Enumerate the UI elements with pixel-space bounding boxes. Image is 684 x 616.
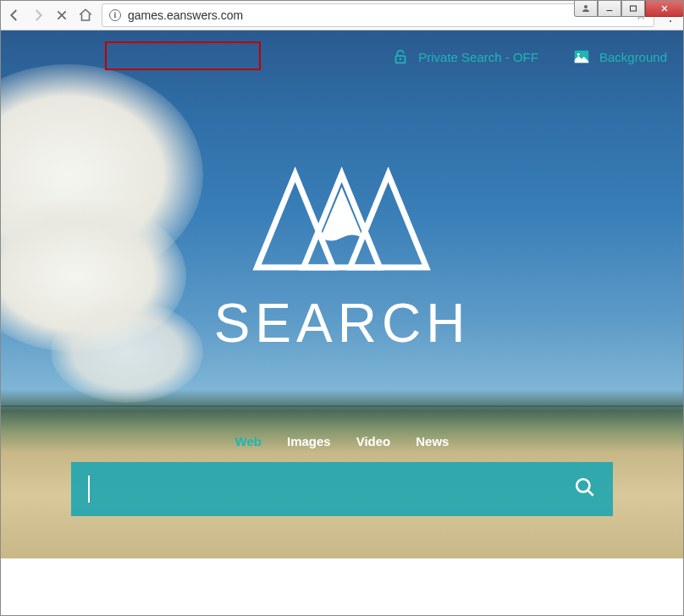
window-close-button[interactable] [645,0,684,17]
search-input[interactable] [90,462,574,516]
window-user-button[interactable] [574,0,598,17]
address-bar[interactable]: i games.eanswers.com ☆ [102,3,654,27]
cloud-decoration [51,301,203,403]
search-tab-images[interactable]: Images [287,434,331,448]
page-content: Private Search - OFF Background SEARCH W… [0,30,684,558]
site-info-icon[interactable]: i [109,9,121,21]
search-category-tabs: Web Images Video News [235,434,450,448]
lock-open-icon [391,47,410,66]
maximize-icon [628,3,638,14]
url-text: games.eanswers.com [128,8,243,22]
search-tab-web[interactable]: Web [235,434,262,448]
user-icon [581,3,591,14]
arrow-left-icon [7,8,22,23]
svg-rect-2 [631,6,637,11]
window-minimize-button[interactable] [598,0,621,17]
svg-point-7 [576,479,589,492]
background-label: Background [599,50,667,64]
private-search-toggle[interactable]: Private Search - OFF [391,47,538,66]
back-button[interactable] [7,8,22,23]
svg-point-4 [400,58,402,60]
window-maximize-button[interactable] [621,0,645,17]
page-header: Private Search - OFF Background [391,47,667,66]
stop-reload-button[interactable] [54,8,69,23]
search-tab-news[interactable]: News [416,434,449,448]
svg-point-0 [584,5,587,8]
x-icon [55,8,69,22]
logo-text: SEARCH [214,292,471,355]
horizon-line [0,405,684,407]
search-icon [574,476,596,498]
search-tab-video[interactable]: Video [356,434,391,448]
minimize-icon [604,3,615,14]
home-icon [78,8,93,23]
home-button[interactable] [78,8,93,23]
logo: SEARCH [214,157,471,355]
mountain-logo-icon [249,157,435,284]
forward-button[interactable] [30,8,46,23]
close-icon [659,3,670,14]
private-search-label: Private Search - OFF [418,50,538,64]
search-box [71,462,613,516]
background-button[interactable]: Background [572,47,667,66]
search-submit-button[interactable] [574,476,596,502]
image-icon [572,47,591,66]
svg-point-6 [577,53,580,56]
svg-rect-1 [607,10,613,11]
arrow-right-icon [30,8,46,23]
page-bottom-gap [0,558,684,584]
